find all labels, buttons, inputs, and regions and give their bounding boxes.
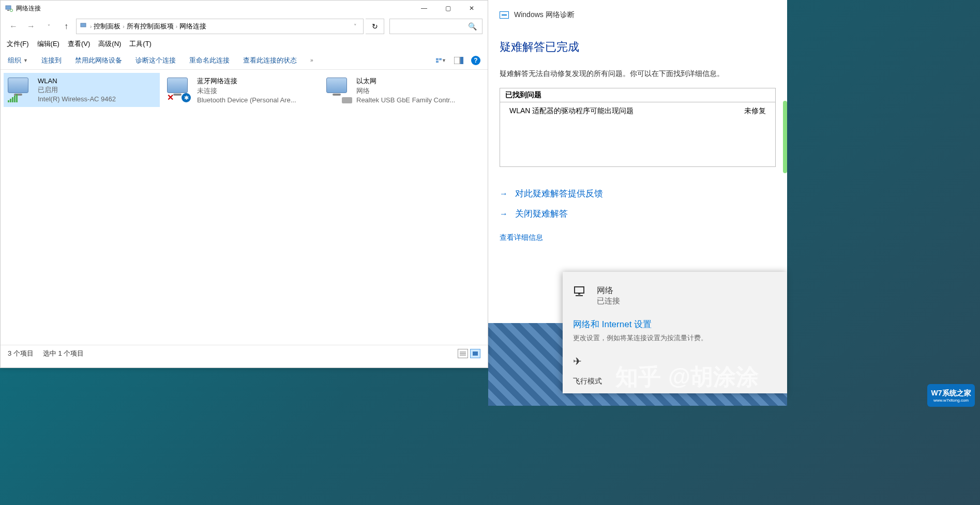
disconnected-x-icon: ✕ <box>167 93 174 102</box>
overflow-button[interactable]: » <box>310 57 313 63</box>
arrow-right-icon: → <box>500 209 508 219</box>
menu-edit[interactable]: 编辑(E) <box>37 39 59 49</box>
connection-status: 未连接 <box>197 86 296 96</box>
selected-count: 选中 1 个项目 <box>43 349 84 358</box>
close-troubleshooter-link[interactable]: → 关闭疑难解答 <box>500 204 776 224</box>
back-button[interactable]: ← <box>6 19 21 34</box>
svg-rect-13 <box>575 287 584 293</box>
address-dropdown[interactable]: ˅ <box>351 23 360 30</box>
connect-to-button[interactable]: 连接到 <box>41 56 62 65</box>
up-button[interactable]: ↑ <box>58 19 74 34</box>
chevron-down-icon: ▼ <box>23 58 28 63</box>
address-bar[interactable]: › 控制面板 › 所有控制面板项 › 网络连接 ˅ <box>76 19 364 34</box>
connections-list: WLAN 已启用 Intel(R) Wireless-AC 9462 ✕ ✱ 蓝… <box>1 70 488 345</box>
give-feedback-link[interactable]: → 对此疑难解答提供反馈 <box>500 183 776 204</box>
connection-name: 以太网 <box>356 76 455 86</box>
network-settings-title: 网络和 Internet 设置 <box>573 318 777 330</box>
w7-badge: W7系统之家 www.w7xitong.com <box>927 384 975 407</box>
watermark: 知乎 @胡涂涂 <box>615 362 759 392</box>
diagnose-button[interactable]: 诊断这个连接 <box>135 56 176 65</box>
window-icon <box>5 4 13 12</box>
title-bar: 网络连接 — ▢ ✕ <box>1 1 488 16</box>
view-options-button[interactable]: ▼ <box>436 56 446 65</box>
svg-rect-8 <box>460 57 463 64</box>
disable-device-button[interactable]: 禁用此网络设备 <box>75 56 122 65</box>
svg-rect-1 <box>7 10 9 11</box>
scrollbar[interactable] <box>783 101 787 173</box>
bluetooth-icon: ✱ <box>182 93 191 102</box>
breadcrumb-icon <box>80 22 88 32</box>
network-status-row[interactable]: 网络 已连接 <box>563 280 787 311</box>
airplane-mode-tile[interactable]: ✈ 飞行模式 <box>563 350 620 393</box>
network-settings-subtitle: 更改设置，例如将某连接设置为按流量计费。 <box>573 333 777 343</box>
troubleshooter-heading: 疑难解答已完成 <box>500 39 776 55</box>
window-controls: — ▢ ✕ <box>412 1 484 16</box>
problems-heading: 已找到问题 <box>500 88 775 102</box>
chevron-down-icon: ▼ <box>442 58 446 63</box>
troubleshooter-title: Windows 网络诊断 <box>514 10 575 20</box>
network-name: 网络 <box>597 285 620 296</box>
minimize-button[interactable]: — <box>412 1 436 16</box>
problems-found-box: 已找到问题 WLAN 适配器的驱动程序可能出现问题 未修复 <box>500 88 776 167</box>
breadcrumb-separator: › <box>90 24 92 29</box>
breadcrumb-control-panel[interactable]: 控制面板 <box>94 22 120 31</box>
search-box[interactable]: 🔍 <box>389 19 483 34</box>
view-details-link[interactable]: 查看详细信息 <box>488 233 787 242</box>
view-status-button[interactable]: 查看此连接的状态 <box>243 56 297 65</box>
bluetooth-adapter-icon: ✕ ✱ <box>167 78 192 102</box>
organize-button[interactable]: 组织 ▼ <box>8 56 28 65</box>
breadcrumb-all-items[interactable]: 所有控制面板项 <box>127 22 174 31</box>
connection-name: WLAN <box>38 77 116 85</box>
connection-device: Realtek USB GbE Family Contr... <box>356 96 455 104</box>
menu-bar: 文件(F) 编辑(E) 查看(V) 高级(N) 工具(T) <box>1 37 488 51</box>
svg-rect-7 <box>454 57 460 64</box>
preview-pane-button[interactable] <box>454 56 464 65</box>
arrow-right-icon: → <box>500 189 508 198</box>
large-icons-view-button[interactable] <box>470 349 480 358</box>
connection-ethernet[interactable]: 以太网 网络 Realtek USB GbE Family Contr... <box>322 73 478 107</box>
connection-status: 网络 <box>356 86 455 96</box>
diagnostics-icon <box>500 11 509 19</box>
rename-button[interactable]: 重命名此连接 <box>189 56 230 65</box>
svg-rect-6 <box>436 60 439 63</box>
network-connections-window: 网络连接 — ▢ ✕ ← → ˅ ↑ › 控制面板 › 所有控制面板项 › 网络… <box>0 0 488 368</box>
airplane-mode-label: 飞行模式 <box>573 377 602 386</box>
menu-tools[interactable]: 工具(T) <box>129 39 152 49</box>
window-title: 网络连接 <box>16 4 412 13</box>
connection-wlan[interactable]: WLAN 已启用 Intel(R) Wireless-AC 9462 <box>4 73 160 107</box>
connection-bluetooth[interactable]: ✕ ✱ 蓝牙网络连接 未连接 Bluetooth Device (Persona… <box>163 73 319 107</box>
airplane-icon: ✈ <box>573 355 582 368</box>
ethernet-cable-icon <box>342 97 352 103</box>
menu-file[interactable]: 文件(F) <box>7 39 29 49</box>
breadcrumb-separator: › <box>123 24 124 29</box>
problem-row[interactable]: WLAN 适配器的驱动程序可能出现问题 未修复 <box>500 102 775 120</box>
search-icon: 🔍 <box>468 22 477 30</box>
maximize-button[interactable]: ▢ <box>436 1 460 16</box>
menu-view[interactable]: 查看(V) <box>68 39 90 49</box>
command-bar: 组织 ▼ 连接到 禁用此网络设备 诊断这个连接 重命名此连接 查看此连接的状态 … <box>1 51 488 70</box>
connection-device: Bluetooth Device (Personal Are... <box>197 96 296 104</box>
refresh-button[interactable]: ↻ <box>366 19 384 34</box>
connection-status: 已启用 <box>38 85 116 95</box>
help-button[interactable]: ? <box>471 56 480 65</box>
navigation-bar: ← → ˅ ↑ › 控制面板 › 所有控制面板项 › 网络连接 ˅ ↻ 🔍 <box>1 16 488 37</box>
network-connected-status: 已连接 <box>597 296 620 306</box>
network-settings-section[interactable]: 网络和 Internet 设置 更改设置，例如将某连接设置为按流量计费。 <box>563 311 787 346</box>
svg-point-2 <box>10 9 13 12</box>
troubleshooter-header: Windows 网络诊断 <box>500 10 776 20</box>
svg-rect-14 <box>578 293 580 295</box>
recent-locations-button[interactable]: ˅ <box>41 19 56 34</box>
connection-device: Intel(R) Wireless-AC 9462 <box>38 95 116 103</box>
svg-rect-4 <box>436 58 439 60</box>
breadcrumb-network-connections[interactable]: 网络连接 <box>179 22 206 31</box>
details-view-button[interactable] <box>458 349 468 358</box>
wifi-adapter-icon <box>8 78 33 102</box>
svg-rect-12 <box>473 351 478 356</box>
ethernet-icon <box>573 285 589 298</box>
troubleshooter-message: 疑难解答无法自动修复发现的所有问题。你可以在下面找到详细信息。 <box>500 69 776 79</box>
menu-advanced[interactable]: 高级(N) <box>98 39 121 49</box>
forward-button[interactable]: → <box>23 19 39 34</box>
svg-rect-0 <box>6 6 11 9</box>
problem-status: 未修复 <box>744 106 766 116</box>
close-button[interactable]: ✕ <box>460 1 484 16</box>
